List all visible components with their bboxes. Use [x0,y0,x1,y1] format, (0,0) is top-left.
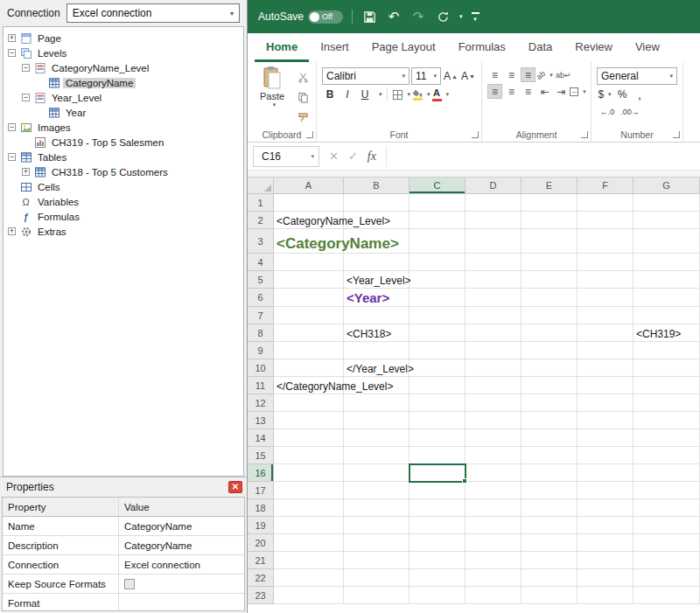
cell-G4[interactable] [634,254,700,271]
cell-B1[interactable] [344,194,410,212]
cell-A13[interactable] [274,412,344,429]
cell-F1[interactable] [578,194,634,212]
row-header-4[interactable]: 4 [248,254,274,271]
chevron-down-icon[interactable]: ▾ [459,13,463,20]
cell-D9[interactable] [466,342,522,359]
cell-C1[interactable] [410,194,466,212]
column-header-B[interactable]: B [344,178,410,194]
cell-D5[interactable] [466,271,522,289]
cell-C8[interactable] [410,324,466,342]
tree-item-variables[interactable]: ΩVariables [4,194,243,209]
expander-icon[interactable]: + [8,34,16,42]
bold-button[interactable]: B [322,87,338,102]
cell-G7[interactable] [634,307,700,324]
undo-icon[interactable]: ↶ [386,9,402,24]
cell-G2[interactable] [634,212,700,229]
cell-D10[interactable] [466,359,522,377]
cell-F18[interactable] [578,499,634,517]
redo-icon[interactable]: ↷ [410,9,426,24]
dialog-launcher-icon[interactable] [306,131,313,138]
cell-D18[interactable] [466,499,522,517]
merge-center-icon[interactable]: ↔▾ [570,84,585,99]
cell-A1[interactable] [274,194,344,212]
cell-D3[interactable] [466,229,522,254]
cell-C21[interactable] [410,552,466,569]
cell-D15[interactable] [466,447,522,464]
row-header-12[interactable]: 12 [248,394,274,412]
cell-G21[interactable] [634,552,700,569]
cell-A23[interactable] [274,587,344,604]
row-header-15[interactable]: 15 [248,447,274,464]
cell-B19[interactable] [344,517,410,534]
row-header-20[interactable]: 20 [248,534,274,552]
cell-E13[interactable] [522,412,578,429]
cell-D11[interactable] [466,377,522,394]
cell-D20[interactable] [466,534,522,552]
cell-E23[interactable] [522,587,578,604]
cell-B21[interactable] [344,552,410,569]
font-name-select[interactable]: Calibri ▾ [322,67,410,85]
row-header-1[interactable]: 1 [248,194,274,212]
align-right-icon[interactable]: ≡ [521,84,536,99]
cell-C17[interactable] [410,482,466,499]
cell-D4[interactable] [466,254,522,271]
cell-D6[interactable] [466,289,522,307]
cell-D12[interactable] [466,394,522,412]
cell-E10[interactable] [522,359,578,377]
cell-C10[interactable] [410,359,466,377]
cell-G8[interactable]: <CH319> [634,324,700,342]
autosave-toggle[interactable]: AutoSave Off [258,10,343,24]
cell-E3[interactable] [522,229,578,254]
cell-F2[interactable] [578,212,634,229]
row-header-10[interactable]: 10 [248,359,274,377]
cell-B12[interactable] [344,394,410,412]
cell-C12[interactable] [410,394,466,412]
cell-A22[interactable] [274,569,344,587]
close-icon[interactable]: ✕ [228,481,242,493]
cell-E20[interactable] [522,534,578,552]
cell-C15[interactable] [410,447,466,464]
cell-G18[interactable] [634,499,700,517]
tree-item-ch318-top-5-customers[interactable]: +CH318 - Top 5 Customers [4,164,243,179]
cell-F23[interactable] [578,587,634,604]
increase-font-size-button[interactable]: A▲ [443,68,458,84]
row-header-14[interactable]: 14 [248,429,274,447]
select-all-corner[interactable] [248,178,274,194]
align-center-icon[interactable]: ≡ [504,84,519,99]
cell-C16[interactable] [410,464,466,482]
expander-icon[interactable]: − [8,123,16,131]
cell-G16[interactable] [634,464,700,482]
tab-review[interactable]: Review [564,33,624,62]
cell-A4[interactable] [274,254,344,271]
dialog-launcher-icon[interactable] [581,131,588,138]
cell-B23[interactable] [344,587,410,604]
cell-A18[interactable] [274,499,344,517]
cell-C2[interactable] [410,212,466,229]
tree-item-page[interactable]: +Page [4,31,243,45]
cell-D19[interactable] [466,517,522,534]
row-header-11[interactable]: 11 [248,377,274,394]
cell-A12[interactable] [274,394,344,412]
comma-style-button[interactable]: , [632,87,648,102]
cell-F9[interactable] [578,342,634,359]
align-middle-icon[interactable]: ≡ [504,67,519,82]
cell-F19[interactable] [578,517,634,534]
cell-A14[interactable] [274,429,344,447]
cut-button[interactable] [295,69,311,85]
cell-B20[interactable] [344,534,410,552]
property-value[interactable]: CategoryName [119,517,244,535]
cell-B7[interactable] [344,307,410,324]
column-header-G[interactable]: G [634,178,700,194]
cell-E5[interactable] [522,271,578,289]
cell-E4[interactable] [522,254,578,271]
cell-D21[interactable] [466,552,522,569]
percent-style-button[interactable]: % [614,87,630,102]
cell-C22[interactable] [410,569,466,587]
name-box[interactable]: C16 ▾ [253,146,319,167]
cell-G20[interactable] [634,534,700,552]
fill-color-button[interactable]: ▾ [412,87,430,102]
row-header-17[interactable]: 17 [248,482,274,499]
tree-item-images[interactable]: −Images [4,120,243,135]
cell-D13[interactable] [466,412,522,429]
cell-F13[interactable] [578,412,634,429]
